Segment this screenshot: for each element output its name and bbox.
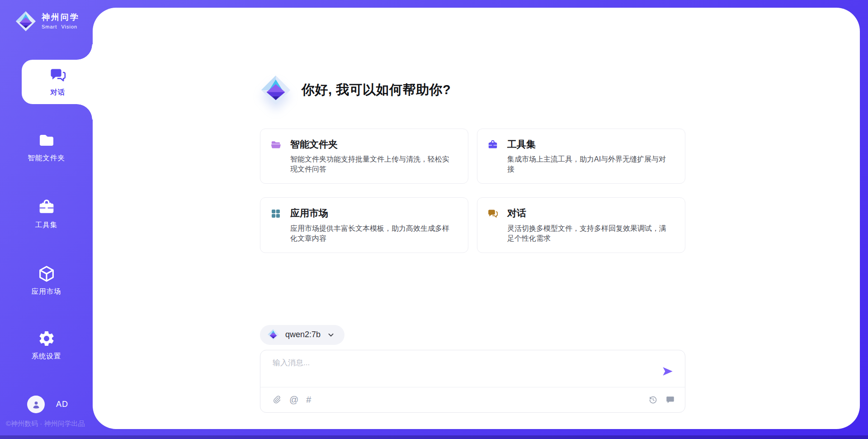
card-app-market[interactable]: 应用市场 应用市场提供丰富长文本模板，助力高效生成多样化文章内容 (260, 197, 468, 253)
card-description: 应用市场提供丰富长文本模板，助力高效生成多样化文章内容 (290, 224, 455, 243)
send-icon[interactable] (661, 365, 674, 377)
sidebar-item-label: 系统设置 (32, 352, 61, 361)
bottom-bar (0, 435, 868, 439)
history-icon[interactable] (648, 395, 658, 405)
folder-icon (38, 131, 56, 149)
at-icon[interactable]: @ (289, 395, 298, 404)
model-name: qwen2:7b (285, 330, 321, 339)
card-description: 灵活切换多模型文件，支持多样回复效果调试，满足个性化需求 (507, 224, 672, 243)
toolbox-icon (38, 198, 56, 216)
card-title: 工具集 (507, 138, 672, 150)
composer-toolbar: @ # (260, 387, 685, 412)
sidebar-item-label: 智能文件夹 (28, 153, 65, 163)
greeting-row: 你好, 我可以如何帮助你? (260, 74, 685, 106)
person-icon (31, 399, 42, 410)
sidebar-item-toolset[interactable]: 工具集 (0, 198, 93, 230)
chat-icon (49, 67, 66, 84)
chevron-down-icon (326, 330, 335, 339)
user-profile[interactable]: AD (27, 396, 68, 413)
message-input[interactable] (273, 358, 653, 383)
card-toolset[interactable]: 工具集 集成市场上主流工具，助力AI与外界无缝扩展与对接 (477, 129, 685, 184)
message-icon[interactable] (665, 395, 675, 405)
model-selector[interactable]: qwen2:7b (260, 325, 344, 345)
card-description: 智能文件夹功能支持批量文件上传与清洗，轻松实现文件问答 (290, 154, 455, 174)
brand-name: 神州问学 (42, 13, 80, 21)
sidebar-item-chat[interactable]: 对话 (22, 60, 94, 104)
composer: @ # (260, 350, 685, 413)
sidebar-item-app-market[interactable]: 应用市场 (0, 265, 93, 296)
sidebar-item-label: 对话 (51, 88, 66, 97)
sidebar-item-settings[interactable]: 系统设置 (0, 329, 93, 361)
brand-logo: 神州问学 Smart Vision (15, 10, 80, 32)
main-panel: 你好, 我可以如何帮助你? 智能文件夹 智能文件夹功能支持批量文件上传与清洗，轻… (93, 8, 860, 429)
card-title: 应用市场 (290, 207, 455, 219)
sidebar-item-label: 工具集 (35, 220, 58, 230)
diamond-icon (267, 329, 279, 341)
card-title: 对话 (507, 207, 672, 219)
feature-cards: 智能文件夹 智能文件夹功能支持批量文件上传与清洗，轻松实现文件问答 工具集 集成… (260, 129, 685, 253)
active-tab-curve-top (77, 44, 93, 60)
avatar (27, 396, 45, 413)
page-title: 你好, 我可以如何帮助你? (302, 81, 451, 99)
hash-icon[interactable]: # (306, 395, 311, 404)
paperclip-icon[interactable] (272, 395, 282, 405)
diamond-icon (260, 74, 292, 106)
folder-open-icon (270, 139, 281, 150)
card-chat[interactable]: 对话 灵活切换多模型文件，支持多样回复效果调试，满足个性化需求 (477, 197, 685, 253)
grid-icon (270, 208, 281, 219)
card-title: 智能文件夹 (290, 138, 455, 150)
gear-icon (38, 329, 56, 348)
cube-icon (38, 265, 56, 283)
sidebar-item-label: 应用市场 (32, 287, 61, 296)
card-smart-folder[interactable]: 智能文件夹 智能文件夹功能支持批量文件上传与清洗，轻松实现文件问答 (260, 129, 468, 184)
card-description: 集成市场上主流工具，助力AI与外界无缝扩展与对接 (507, 154, 672, 174)
toolbox-icon (487, 139, 498, 150)
user-name: AD (56, 400, 68, 409)
copyright: ©神州数码 · 神州问学出品 (6, 420, 85, 428)
sidebar-item-smart-folder[interactable]: 智能文件夹 (0, 131, 93, 163)
chat-icon (487, 208, 498, 219)
active-tab-curve-bottom (77, 104, 93, 119)
diamond-icon (15, 10, 37, 32)
brand-subtitle: Smart Vision (42, 24, 80, 29)
sidebar: 神州问学 Smart Vision 对话 智能文件夹 工具集 (0, 0, 93, 439)
